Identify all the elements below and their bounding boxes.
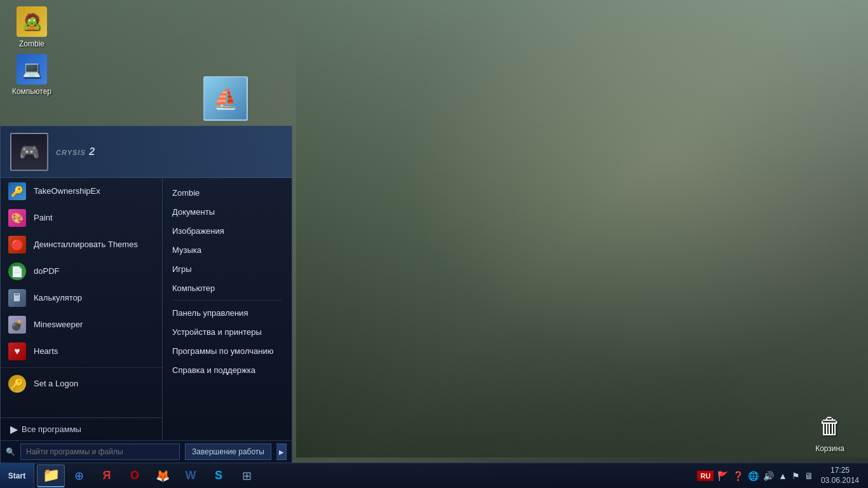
taskbar-icon-chrome[interactable]: ⊕ [65, 464, 93, 487]
menu-item-deinstall[interactable]: 🔴 Деинсталлировать Themes [1, 231, 162, 258]
right-item-computer[interactable]: Компьютер [163, 278, 292, 297]
game-title: CRYSIS 2 [56, 146, 95, 158]
sailboat-thumbnail: ⛵ [203, 76, 248, 121]
taskbar-icon-opera[interactable]: O [121, 464, 149, 487]
menu-left-panel: 🔑 TakeOwnershipEx 🎨 Paint 🔴 Деинсталлиро… [1, 178, 163, 440]
zombie-icon: 🧟 [17, 6, 47, 37]
search-icon: 🔍 [6, 447, 15, 456]
taskbar-icon-explorer[interactable]: 📁 [37, 464, 65, 487]
taskbar-icon-word[interactable]: W [177, 464, 205, 487]
start-menu-header: 🎮 CRYSIS 2 [1, 126, 292, 178]
menu-separator [1, 367, 162, 368]
menu-right-panel: Zombie Документы Изображения Музыка Игры… [163, 178, 292, 440]
menu-item-label: Hearts [34, 346, 156, 356]
start-menu-body: 🔑 TakeOwnershipEx 🎨 Paint 🔴 Деинсталлиро… [1, 178, 292, 440]
right-item-zombie[interactable]: Zombie [163, 183, 292, 202]
taskbar-icon-skype[interactable]: S [205, 464, 233, 487]
tray-arrow-icon[interactable]: ▲ [777, 470, 789, 482]
search-input[interactable] [20, 444, 180, 460]
taskbar-icon-yandex[interactable]: Я [93, 464, 121, 487]
all-programs-button[interactable]: ▶ Все программы [1, 417, 162, 440]
recycle-icon-label: Корзина [815, 444, 844, 453]
recycle-icon: 🗑 [815, 411, 845, 442]
tray-monitor-icon: 🖥 [803, 470, 815, 482]
desktop-icon-zombie[interactable]: 🧟 Zombie [6, 6, 57, 48]
menu-item-label: Set a Logon [34, 379, 156, 389]
menu-item-takeownership[interactable]: 🔑 TakeOwnershipEx [1, 178, 162, 205]
menu-item-label: Minesweeper [34, 320, 156, 330]
background-glow [296, 0, 868, 458]
start-menu: 🎮 CRYSIS 2 🔑 TakeOwnershipEx 🎨 [0, 126, 292, 463]
zombie-icon-label: Zombie [19, 39, 44, 48]
menu-item-label: Paint [34, 213, 156, 223]
menu-item-dopdf[interactable]: 📄 doPDF [1, 258, 162, 285]
language-indicator[interactable]: RU [697, 471, 714, 481]
taskbar: Start 📁 ⊕ Я O 🦊 W S [0, 463, 868, 488]
tray-flag-icon: 🚩 [716, 470, 729, 482]
system-tray: RU 🚩 ❓ 🌐 🔊 ▲ ⚑ 🖥 17:25 03.06.2014 [692, 466, 868, 485]
menu-item-logon[interactable]: 🔑 Set a Logon [1, 370, 162, 397]
shutdown-button[interactable]: Завершение работы [185, 444, 271, 460]
menu-item-label: Калькулятор [34, 293, 156, 303]
right-item-defaultprograms[interactable]: Программы по умолчанию [163, 341, 292, 360]
menu-item-minesweeper[interactable]: 💣 Minesweeper [1, 311, 162, 338]
right-item-music[interactable]: Музыка [163, 240, 292, 259]
menu-item-label: doPDF [34, 266, 156, 276]
right-item-devices[interactable]: Устройства и принтеры [163, 322, 292, 341]
taskbar-icon-fox[interactable]: 🦊 [149, 464, 177, 487]
desktop-icon-recycle[interactable]: 🗑 Корзина [804, 411, 855, 453]
game-title-area: CRYSIS 2 [56, 146, 95, 158]
taskbar-icon-app7[interactable]: ⊞ [233, 464, 261, 487]
right-separator [172, 300, 282, 301]
shutdown-arrow-button[interactable]: ▶ [276, 444, 287, 460]
menu-item-label: TakeOwnershipEx [34, 186, 156, 196]
desktop: 🧟 Zombie 💻 Компьютер ⛵ 🗑 Корзина 🎮 CRYSI… [0, 0, 868, 488]
menu-item-label: Деинсталлировать Themes [34, 240, 156, 250]
menu-item-calculator[interactable]: 🖩 Калькулятор [1, 285, 162, 311]
computer-icon-label: Компьютер [12, 87, 51, 96]
desktop-icon-computer[interactable]: 💻 Компьютер [6, 54, 57, 96]
tray-network-icon: 🌐 [747, 470, 760, 482]
right-item-controlpanel[interactable]: Панель управления [163, 303, 292, 322]
menu-item-hearts[interactable]: ♥ Hearts [1, 338, 162, 365]
user-avatar: 🎮 [10, 133, 48, 171]
computer-icon: 💻 [17, 54, 47, 85]
tray-volume-icon: 🔊 [762, 470, 775, 482]
menu-item-paint[interactable]: 🎨 Paint [1, 205, 162, 231]
start-button[interactable]: Start [0, 463, 34, 489]
tray-help-icon: ❓ [731, 470, 745, 482]
right-item-games[interactable]: Игры [163, 259, 292, 278]
tray-flag2-icon: ⚑ [790, 470, 801, 482]
right-item-documents[interactable]: Документы [163, 202, 292, 221]
right-item-images[interactable]: Изображения [163, 221, 292, 240]
right-item-help[interactable]: Справка и поддержка [163, 360, 292, 379]
tray-datetime[interactable]: 17:25 03.06.2014 [817, 466, 863, 485]
taskbar-pinned-items: 📁 ⊕ Я O 🦊 W S ⊞ [34, 463, 263, 489]
start-menu-bottom: 🔍 Завершение работы ▶ [1, 440, 292, 463]
tray-icons: 🚩 ❓ 🌐 🔊 ▲ ⚑ 🖥 [716, 470, 815, 482]
